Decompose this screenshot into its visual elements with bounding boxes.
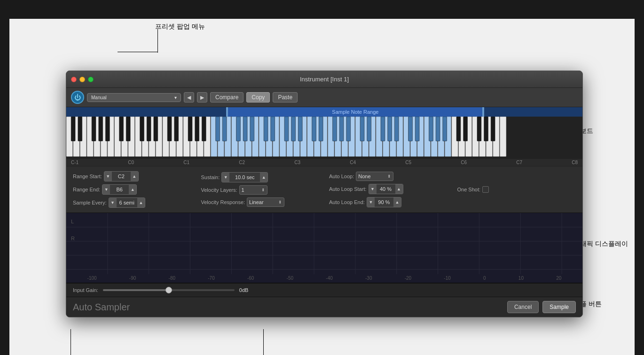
next-button[interactable]: ▶ <box>197 92 207 103</box>
velocity-layers-arrow: ⬍ <box>261 188 265 192</box>
svg-rect-70 <box>126 117 130 141</box>
range-start-stepper[interactable]: ▼ C2 ▲ <box>104 171 139 181</box>
svg-rect-84 <box>264 117 268 141</box>
db-label-0: 0 <box>483 276 486 281</box>
auto-loop-start-label: Auto Loop Start: <box>329 186 367 192</box>
note-label-c2: C2 <box>239 160 245 165</box>
sample-note-range-label: Sample Note Range <box>332 109 378 115</box>
db-label-20p: 20 <box>556 276 561 281</box>
range-end-up[interactable]: ▲ <box>129 185 136 194</box>
toolbar: ⏻ Manual ▾ ◀ ▶ Compare Copy Paste <box>66 88 582 107</box>
maximize-button[interactable] <box>88 77 94 82</box>
range-handle-right[interactable] <box>482 107 484 117</box>
sustain-up[interactable]: ▲ <box>260 173 267 182</box>
sample-every-down[interactable]: ▼ <box>109 198 117 207</box>
sustain-stepper[interactable]: ▼ 10.0 sec ▲ <box>221 172 268 182</box>
preset-dropdown[interactable]: Manual ▾ <box>87 93 181 102</box>
svg-rect-77 <box>195 117 199 141</box>
note-label-cm1: C-1 <box>71 160 79 165</box>
note-label-c7: C7 <box>516 160 522 165</box>
auto-loop-start-stepper[interactable]: ▼ 40 % ▲ <box>369 184 403 194</box>
auto-loop-select[interactable]: None ⬍ <box>356 172 393 181</box>
auto-loop-end-stepper[interactable]: ▼ 90 % ▲ <box>367 197 401 207</box>
svg-rect-104 <box>456 117 461 141</box>
db-labels: -100 -90 -80 -70 -60 -50 -40 -30 -20 -10… <box>66 276 582 281</box>
sample-note-range-highlight[interactable]: Sample Note Range <box>226 107 484 117</box>
svg-rect-63 <box>500 117 506 157</box>
auto-loop-arrow: ⬍ <box>387 174 391 179</box>
compare-button[interactable]: Compare <box>210 92 243 103</box>
auto-loop-end-up[interactable]: ▲ <box>393 197 401 207</box>
sample-every-control: Sample Every: ▼ 6 semi ▲ <box>73 197 192 208</box>
db-label-30: -30 <box>365 276 372 281</box>
paste-button[interactable]: Paste <box>273 92 298 103</box>
svg-rect-99 <box>408 117 413 141</box>
svg-rect-88 <box>298 117 302 141</box>
db-label-50: -50 <box>287 276 293 281</box>
svg-rect-97 <box>388 117 392 141</box>
svg-rect-101 <box>429 117 433 141</box>
svg-rect-67 <box>99 117 103 141</box>
range-start-down[interactable]: ▼ <box>104 172 112 181</box>
velocity-response-value: Linear <box>249 199 264 205</box>
velocity-layers-value: 1 <box>242 187 244 193</box>
svg-rect-64 <box>71 117 75 141</box>
slider-thumb[interactable] <box>165 287 172 293</box>
auto-loop-end-label: Auto Loop End: <box>329 199 365 205</box>
keyboard-section: Sample Note Range C-1 C0 C1 C2 C3 C4 C5 <box>66 107 582 166</box>
svg-rect-107 <box>484 117 488 141</box>
cancel-button[interactable]: Cancel <box>507 301 539 313</box>
annotation-preset-popup: 프리셋 팝업 메뉴 <box>155 23 205 31</box>
power-button[interactable]: ⏻ <box>71 91 84 104</box>
one-shot-toggle[interactable] <box>482 186 489 193</box>
preset-value: Manual <box>91 95 107 100</box>
auto-sampler-label: Auto Sampler <box>73 302 130 313</box>
range-end-label: Range End: <box>73 187 100 192</box>
sustain-down[interactable]: ▼ <box>222 173 229 182</box>
svg-rect-92 <box>339 117 344 141</box>
range-end-down[interactable]: ▼ <box>102 185 110 194</box>
bottom-buttons: Cancel Sample <box>507 301 576 313</box>
auto-loop-start-up[interactable]: ▲ <box>395 184 403 194</box>
svg-rect-103 <box>443 117 447 141</box>
close-button[interactable] <box>71 77 77 82</box>
auto-loop-value: None <box>358 174 370 179</box>
prev-button[interactable]: ◀ <box>184 92 194 103</box>
range-start-up[interactable]: ▲ <box>131 172 138 181</box>
auto-loop-end-value: 90 % <box>375 197 393 207</box>
svg-rect-66 <box>92 117 96 141</box>
velocity-response-control: Velocity Response: Linear ⬍ <box>201 197 320 207</box>
db-label-10p: 10 <box>518 276 524 281</box>
copy-button[interactable]: Copy <box>246 92 270 103</box>
range-handle-left[interactable] <box>226 107 228 117</box>
sample-every-stepper[interactable]: ▼ 6 semi ▲ <box>109 197 145 208</box>
svg-rect-106 <box>477 117 481 141</box>
sample-button[interactable]: Sample <box>542 301 576 313</box>
svg-rect-65 <box>78 117 82 141</box>
svg-rect-68 <box>105 117 110 141</box>
sample-every-value: 6 semi <box>117 198 137 207</box>
range-end-stepper[interactable]: ▼ B6 ▲ <box>102 184 137 195</box>
svg-rect-89 <box>312 117 316 141</box>
note-label-c0: C0 <box>128 160 134 165</box>
auto-loop-end-down[interactable]: ▼ <box>367 197 375 207</box>
note-label-c3: C3 <box>294 160 300 165</box>
svg-rect-85 <box>271 117 275 141</box>
minimize-button[interactable] <box>79 77 85 82</box>
note-label-c8: C8 <box>572 160 578 165</box>
input-gain-slider[interactable] <box>103 289 235 291</box>
note-label-c1: C1 <box>183 160 189 165</box>
gain-value: 0dB <box>239 287 249 293</box>
velocity-response-select[interactable]: Linear ⬍ <box>247 197 284 207</box>
titlebar: Instrument [Inst 1] <box>66 71 582 88</box>
svg-rect-95 <box>367 117 371 141</box>
auto-loop-start-down[interactable]: ▼ <box>369 184 377 194</box>
sample-every-up[interactable]: ▲ <box>137 198 145 207</box>
svg-rect-72 <box>147 117 151 141</box>
svg-rect-78 <box>202 117 206 141</box>
piano-keyboard[interactable] <box>66 117 582 159</box>
note-label-c4: C4 <box>350 160 356 165</box>
velocity-layers-select[interactable]: 1 ⬍ <box>239 185 267 195</box>
sustain-control: Sustain: ▼ 10.0 sec ▲ <box>201 172 320 182</box>
svg-rect-82 <box>243 117 247 141</box>
